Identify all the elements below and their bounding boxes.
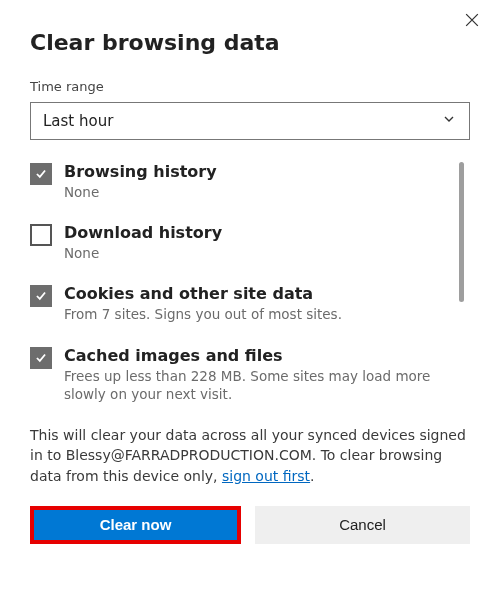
option-subtitle: None bbox=[64, 244, 222, 262]
option-subtitle: None bbox=[64, 183, 217, 201]
highlight-box: Clear now bbox=[30, 506, 241, 544]
option-title: Cached images and files bbox=[64, 346, 446, 365]
info-suffix: . bbox=[310, 468, 314, 484]
options-list: Browsing history None Download history N… bbox=[30, 162, 470, 403]
dialog-title: Clear browsing data bbox=[30, 30, 470, 55]
dialog-buttons: Clear now Cancel bbox=[30, 506, 470, 544]
checkbox-cookies[interactable] bbox=[30, 285, 52, 307]
option-browsing-history: Browsing history None bbox=[30, 162, 446, 201]
close-button[interactable] bbox=[462, 10, 482, 34]
checkbox-download-history[interactable] bbox=[30, 224, 52, 246]
option-download-history: Download history None bbox=[30, 223, 446, 262]
sync-info-text: This will clear your data across all you… bbox=[30, 425, 470, 486]
chevron-down-icon bbox=[441, 111, 457, 131]
checkbox-browsing-history[interactable] bbox=[30, 163, 52, 185]
clear-browsing-data-dialog: Clear browsing data Time range Last hour… bbox=[0, 0, 500, 564]
option-subtitle: Frees up less than 228 MB. Some sites ma… bbox=[64, 367, 446, 403]
time-range-label: Time range bbox=[30, 79, 470, 94]
time-range-select[interactable]: Last hour bbox=[30, 102, 470, 140]
checkbox-cache[interactable] bbox=[30, 347, 52, 369]
option-cookies: Cookies and other site data From 7 sites… bbox=[30, 284, 446, 323]
option-cache: Cached images and files Frees up less th… bbox=[30, 346, 446, 403]
time-range-value: Last hour bbox=[43, 112, 113, 130]
cancel-button[interactable]: Cancel bbox=[255, 506, 470, 544]
clear-now-button[interactable]: Clear now bbox=[34, 510, 237, 540]
option-subtitle: From 7 sites. Signs you out of most site… bbox=[64, 305, 342, 323]
scrollbar-thumb[interactable] bbox=[459, 162, 464, 302]
sign-out-link[interactable]: sign out first bbox=[222, 468, 310, 484]
option-title: Browsing history bbox=[64, 162, 217, 181]
close-icon bbox=[462, 15, 482, 34]
option-title: Download history bbox=[64, 223, 222, 242]
option-title: Cookies and other site data bbox=[64, 284, 342, 303]
